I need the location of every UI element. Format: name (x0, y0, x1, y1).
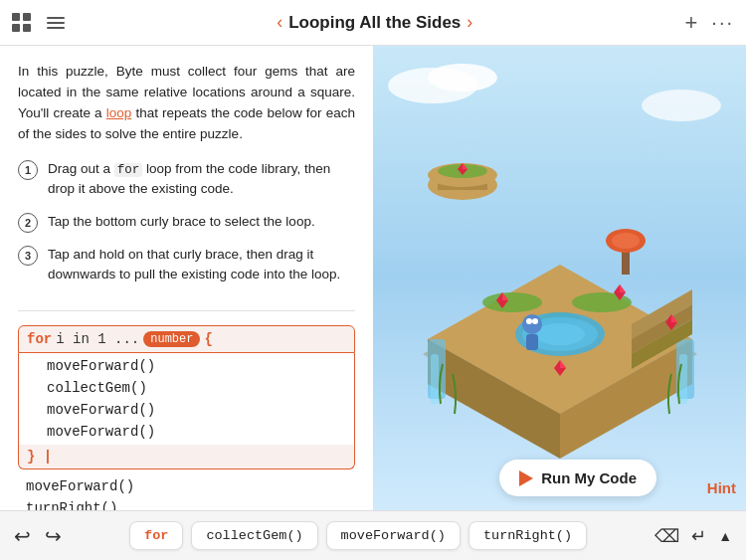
top-bar-left (12, 13, 65, 32)
more-options-icon[interactable]: ··· (711, 11, 734, 34)
svg-point-1 (428, 64, 497, 92)
description-text: In this puzzle, Byte must collect four g… (18, 62, 355, 145)
list-view-icon[interactable] (47, 17, 65, 29)
grid-view-icon[interactable] (12, 13, 31, 32)
svg-rect-38 (526, 334, 538, 350)
step-1-number: 1 (18, 160, 38, 180)
redo-button[interactable]: ↪ (45, 524, 62, 548)
extra-line-1: moveForward() (18, 475, 355, 497)
top-bar: ‹ Looping All the Sides › + ··· (0, 0, 746, 46)
collect-gem-chip[interactable]: collectGem() (191, 521, 317, 550)
bottom-bar: ↩ ↪ for collectGem() moveForward() turnR… (0, 510, 746, 560)
step-2-number: 2 (18, 213, 38, 233)
for-number-badge[interactable]: number (143, 331, 200, 347)
nav-back-arrow[interactable]: ‹ (277, 12, 282, 33)
steps-list: 1 Drag out a for loop from the code libr… (18, 159, 355, 297)
for-loop-header[interactable]: for i in 1 ... number { (18, 325, 355, 353)
delete-button[interactable]: ⌫ (654, 525, 679, 547)
svg-marker-30 (620, 284, 626, 292)
step-3-text: Tap and hold on that curly brace, then d… (48, 245, 355, 285)
for-code-inline: for (114, 163, 143, 177)
svg-point-22 (612, 233, 640, 249)
step-3: 3 Tap and hold on that curly brace, then… (18, 245, 355, 285)
code-chips-bar: for collectGem() moveForward() turnRight… (72, 521, 645, 550)
hint-btn-label: Hint (707, 479, 736, 496)
page-title: Looping All the Sides (288, 13, 461, 33)
for-keyword: for (27, 331, 52, 347)
expand-icon[interactable]: ▲ (718, 528, 732, 544)
svg-point-40 (532, 318, 538, 324)
run-btn-label: Run My Code (541, 469, 637, 486)
svg-point-2 (642, 90, 721, 121)
svg-rect-16 (679, 354, 687, 404)
loop-line-3: moveForward() (19, 399, 354, 421)
run-my-code-button[interactable]: Run My Code (499, 460, 656, 496)
loop-body: moveForward() collectGem() moveForward()… (18, 353, 355, 445)
for-vars: i in 1 ... (56, 331, 139, 347)
nav-center: ‹ Looping All the Sides › (65, 12, 684, 33)
loop-line-1-text: moveForward() (47, 358, 155, 374)
game-scene: Run My Code Hint (373, 46, 746, 510)
for-chip[interactable]: for (129, 521, 183, 550)
svg-point-39 (526, 318, 532, 324)
step-2-text: Tap the bottom curly brace to select the… (48, 212, 315, 232)
for-open-brace: { (204, 331, 212, 347)
loop-line-2: collectGem() (19, 377, 354, 399)
step-1-text: Drag out a for loop from the code librar… (48, 159, 355, 200)
turn-right-chip[interactable]: turnRight() (468, 521, 587, 550)
undo-button[interactable]: ↩ (14, 524, 31, 548)
step-1: 1 Drag out a for loop from the code libr… (18, 159, 355, 200)
svg-rect-14 (431, 354, 439, 404)
loop-line-4-text: moveForward() (47, 424, 155, 440)
loop-line-1: moveForward() (19, 355, 354, 377)
nav-forward-arrow[interactable]: › (466, 12, 472, 33)
top-bar-right: + ··· (684, 11, 734, 34)
svg-point-7 (482, 292, 542, 312)
loop-word: loop (106, 105, 132, 120)
bottom-left-controls: ↩ ↪ (14, 524, 62, 548)
enter-button[interactable]: ↵ (691, 525, 706, 547)
loop-close-brace[interactable]: } | (18, 445, 355, 469)
main-content: In this puzzle, Byte must collect four g… (0, 46, 746, 510)
run-triangle-icon (519, 470, 533, 486)
add-icon[interactable]: + (684, 12, 697, 34)
move-forward-chip[interactable]: moveForward() (326, 521, 461, 550)
hint-button[interactable]: Hint (707, 479, 736, 496)
loop-line-4: moveForward() (19, 421, 354, 443)
loop-line-2-text: collectGem() (47, 380, 147, 396)
left-panel: In this puzzle, Byte must collect four g… (0, 46, 373, 510)
svg-point-12 (535, 323, 585, 345)
step-3-number: 3 (18, 246, 38, 266)
code-editor: for i in 1 ... number { moveForward() co… (18, 325, 355, 510)
divider (18, 310, 355, 311)
extra-line-2: turnRight() (18, 497, 355, 510)
loop-line-3-text: moveForward() (47, 402, 155, 418)
right-panel: Run My Code Hint (373, 46, 746, 510)
step-2: 2 Tap the bottom curly brace to select t… (18, 212, 355, 233)
svg-point-37 (522, 314, 542, 334)
bottom-right-controls: ⌫ ↵ ▲ (654, 525, 732, 547)
